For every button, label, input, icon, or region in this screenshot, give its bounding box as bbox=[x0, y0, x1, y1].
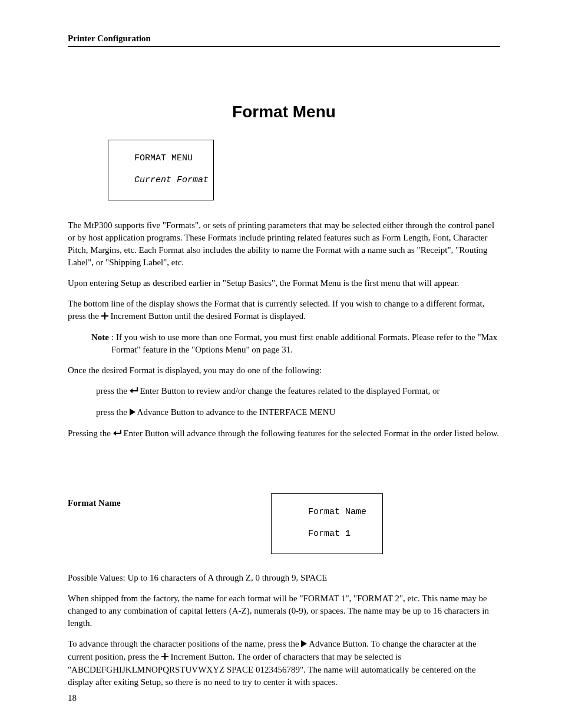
bullet-1a: press the bbox=[96, 386, 130, 396]
paragraph-8a: To advance through the character positio… bbox=[68, 639, 301, 648]
note-block: Note : If you wish to use more than one … bbox=[91, 331, 500, 356]
plus-icon bbox=[161, 651, 168, 664]
note-text: : If you wish to use more than one Forma… bbox=[111, 331, 500, 356]
note-label: Note bbox=[91, 331, 109, 356]
bullet-2b: Advance Button to advance to the INTERFA… bbox=[137, 407, 336, 417]
paragraph-8: To advance through the character positio… bbox=[68, 638, 500, 689]
paragraph-5b: Enter Button will advance through the fo… bbox=[123, 429, 499, 438]
enter-arrow-icon bbox=[130, 386, 138, 398]
lcd2-line-1: Format Name bbox=[308, 507, 366, 517]
paragraph-1: The MtP300 supports five "Formats", or s… bbox=[68, 219, 500, 269]
paragraph-3: The bottom line of the display shows the… bbox=[68, 298, 500, 323]
page-number: 18 bbox=[68, 692, 77, 704]
bullet-2a: press the bbox=[96, 407, 130, 417]
enter-arrow-icon bbox=[113, 428, 121, 440]
format-name-label: Format Name bbox=[68, 493, 271, 509]
lcd-line-2: Current Format bbox=[134, 175, 209, 185]
lcd-format-name: Format Name Format 1 bbox=[271, 493, 383, 554]
paragraph-3b: Increment Button until the desired Forma… bbox=[110, 311, 306, 321]
paragraph-5a: Pressing the bbox=[68, 429, 113, 438]
format-name-section: Format Name Format Name Format 1 bbox=[68, 493, 500, 554]
paragraph-6: Possible Values: Up to 16 characters of … bbox=[68, 572, 500, 584]
paragraph-2: Upon entering Setup as described earlier… bbox=[68, 277, 500, 289]
advance-triangle-icon bbox=[130, 407, 135, 419]
lcd-format-menu: FORMAT MENU Current Format bbox=[108, 140, 500, 200]
plus-icon bbox=[101, 311, 108, 323]
lcd-line-1: FORMAT MENU bbox=[134, 153, 193, 163]
lcd2-line-2: Format 1 bbox=[308, 529, 351, 539]
advance-triangle-icon bbox=[301, 638, 307, 651]
page-title: Format Menu bbox=[68, 100, 500, 123]
running-header: Printer Configuration bbox=[68, 32, 500, 47]
paragraph-4: Once the desired Format is displayed, yo… bbox=[68, 364, 500, 377]
bullet-1: press the Enter Button to review and/or … bbox=[96, 385, 500, 398]
bullet-1b: Enter Button to review and/or change the… bbox=[140, 386, 439, 396]
bullet-2: press the Advance Button to advance to t… bbox=[96, 406, 500, 419]
paragraph-5: Pressing the Enter Button will advance t… bbox=[68, 427, 500, 440]
paragraph-7: When shipped from the factory, the name … bbox=[68, 592, 500, 630]
